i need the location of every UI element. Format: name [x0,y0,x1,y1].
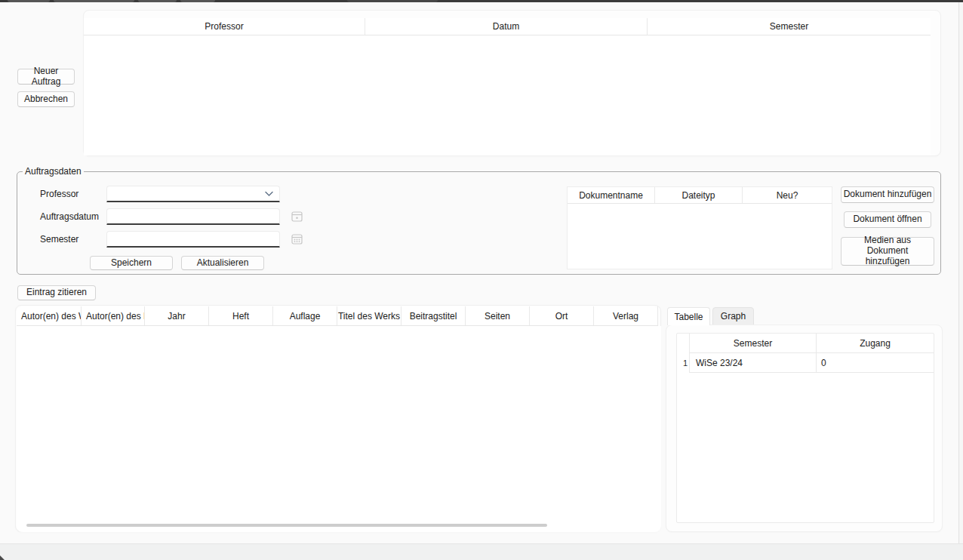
column-header[interactable]: Auflage [273,306,337,325]
stats-table-row[interactable]: 1WiSe 23/240 [677,353,934,373]
column-header[interactable]: Autor(en) des B [82,306,145,325]
window-corner-mark [0,555,5,560]
add-document-button[interactable]: Dokument hinzufügen [841,186,934,203]
add-media-from-document-button[interactable]: Medien aus Dokument hinzufügen [841,237,934,266]
column-header[interactable]: Seiten [466,306,530,325]
entries-panel: Autor(en) des WAutor(en) des BJahrHeftAu… [15,305,661,532]
cancel-button[interactable]: Abbrechen [17,91,75,107]
column-header[interactable]: Verlag [594,306,658,325]
documents-table[interactable]: DokumentnameDateitypNeu? [567,186,832,269]
semester-column-header: Semester [689,334,816,353]
column-header[interactable]: Semester [648,18,931,35]
chevron-down-icon [265,191,273,197]
calendar-icon[interactable] [291,210,305,223]
open-document-button[interactable]: Dokument öffnen [844,211,931,228]
tab-graph[interactable]: Graph [712,307,754,325]
row-number: 1 [677,353,689,373]
column-header[interactable]: Jahr [145,306,209,325]
column-header[interactable]: Datum [365,18,648,35]
horizontal-scrollbar[interactable] [26,524,547,527]
row-number-header [677,334,689,353]
order-date-label: Auftragsdatum [40,211,108,222]
calendar-grid-icon[interactable] [291,232,305,245]
column-header[interactable]: Titel des Werks [337,306,402,325]
column-header[interactable]: Neu? [743,187,832,203]
column-header[interactable]: Dokumentname [568,187,655,203]
orders-table-header: ProfessorDatumSemester [84,18,931,35]
tab-edge-segment [180,0,215,2]
tab-edge-segment [8,0,50,2]
column-header[interactable]: Beitragstitel [402,306,466,325]
column-header[interactable]: Autor(en) des W [17,306,82,325]
orders-table[interactable]: ProfessorDatumSemester [84,18,931,155]
semester-input[interactable] [106,231,280,248]
column-header[interactable]: Ort [530,306,594,325]
window-top-edge [0,0,963,2]
professor-combobox[interactable] [106,186,280,202]
professor-label: Professor [40,189,108,199]
zugang-column-header: Zugang [816,334,934,353]
window-bottom-band [0,543,963,560]
groupbox-legend: Auftragsdaten [23,166,84,177]
zugang-cell: 0 [816,353,934,373]
tab-tabelle[interactable]: Tabelle [667,307,710,325]
orders-panel: ProfessorDatumSemester [83,10,941,156]
entries-table-body[interactable] [17,326,661,532]
tab-edge-segment [138,0,177,2]
stats-panel: Semester Zugang 1WiSe 23/240 [666,325,943,532]
column-header[interactable]: Professor [84,18,365,35]
semester-label: Semester [40,234,108,245]
documents-table-header: DokumentnameDateitypNeu? [568,187,832,204]
stats-table[interactable]: Semester Zugang 1WiSe 23/240 [676,333,934,523]
save-button[interactable]: Speichern [90,256,173,270]
tab-edge-segment [54,0,134,2]
stats-table-header: Semester Zugang [677,334,934,353]
entries-table-header: Autor(en) des WAutor(en) des BJahrHeftAu… [17,306,658,326]
semester-cell: WiSe 23/24 [689,353,816,373]
tab-edge-segment [347,0,438,2]
order-data-groupbox: Auftragsdaten Professor Auftragsdatum Se… [17,171,941,275]
cite-entry-button[interactable]: Eintrag zitieren [17,285,96,300]
column-header[interactable]: Heft [209,306,273,325]
new-order-button[interactable]: Neuer Auftrag [17,69,75,85]
window-right-edge [958,2,963,543]
update-button[interactable]: Aktualisieren [181,256,264,270]
order-date-input[interactable] [106,208,280,225]
column-header[interactable]: Dateityp [655,187,743,203]
